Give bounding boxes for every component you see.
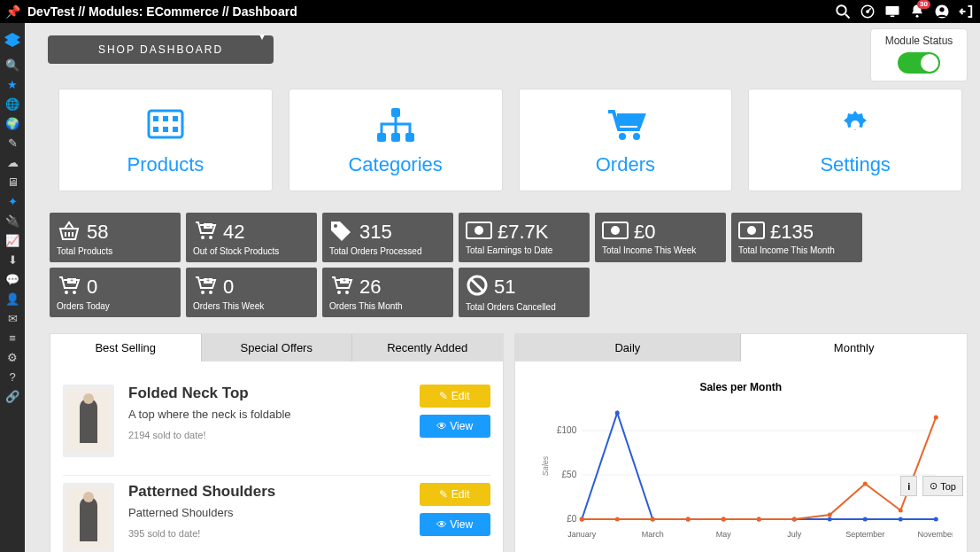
svg-point-87 bbox=[827, 513, 831, 517]
svg-text:May: May bbox=[715, 530, 731, 539]
stat-tile[interactable]: +0Orders Today bbox=[50, 268, 181, 317]
stat-tile[interactable]: £135Total Income This Month bbox=[731, 213, 862, 262]
ban-icon bbox=[466, 274, 489, 300]
product-sold: 395 sold to date! bbox=[128, 528, 405, 539]
stat-tile[interactable]: +26Orders This Month bbox=[322, 268, 453, 317]
rail-help-icon[interactable]: ? bbox=[0, 367, 25, 386]
edit-button[interactable]: ✎ Edit bbox=[420, 385, 490, 408]
stat-tile[interactable]: £0Total Income This Week bbox=[595, 213, 726, 262]
rail-link-icon[interactable]: 🔗 bbox=[0, 386, 25, 406]
stat-tile[interactable]: £7.7KTotal Earnings to Date bbox=[459, 213, 590, 262]
rail-gear-icon[interactable]: ⚙ bbox=[0, 347, 25, 367]
pin-icon[interactable]: 📌 bbox=[5, 4, 20, 19]
rail-search-icon[interactable]: 🔍 bbox=[0, 55, 25, 74]
stat-tile[interactable]: 58Total Products bbox=[50, 213, 181, 262]
stats-grid: 58Total Products–42Out of Stock Products… bbox=[50, 213, 962, 317]
card-settings[interactable]: Settings bbox=[748, 89, 962, 191]
product-desc: Patterned Shoulders bbox=[128, 506, 405, 519]
rail-globe-icon[interactable]: 🌐 bbox=[0, 94, 25, 113]
svg-rect-19 bbox=[405, 133, 414, 142]
gear-icon bbox=[836, 104, 875, 146]
rail-sliders-icon[interactable]: ≡ bbox=[0, 328, 25, 347]
svg-point-46 bbox=[337, 291, 341, 294]
tab-recently-added[interactable]: Recently Added bbox=[351, 334, 503, 362]
svg-text:+: + bbox=[343, 277, 346, 284]
gauge-icon[interactable] bbox=[860, 4, 876, 19]
rail-monitor-icon[interactable]: 🖥 bbox=[0, 172, 25, 191]
rail-pencil-icon[interactable]: ✎ bbox=[0, 133, 25, 152]
svg-text:+: + bbox=[70, 277, 73, 284]
monitor-icon[interactable] bbox=[884, 4, 900, 19]
dashboard-select[interactable]: SHOP DASHBOARD bbox=[48, 35, 274, 64]
edit-button[interactable]: ✎ Edit bbox=[420, 483, 490, 506]
svg-point-8 bbox=[939, 7, 944, 12]
notification-icon[interactable]: 30 bbox=[909, 4, 925, 19]
svg-point-80 bbox=[579, 517, 583, 522]
svg-text:£50: £50 bbox=[561, 470, 576, 479]
tab-special-offers[interactable]: Special Offers bbox=[201, 334, 352, 362]
svg-point-37 bbox=[747, 226, 756, 235]
svg-text:Sales: Sales bbox=[541, 455, 550, 476]
rail-star-icon[interactable]: ★ bbox=[0, 74, 25, 94]
rail-chart-icon[interactable]: 📈 bbox=[0, 230, 25, 250]
svg-rect-15 bbox=[173, 127, 178, 132]
stat-tile[interactable]: 51Total Orders Cancelled bbox=[459, 268, 590, 317]
rail-chat-icon[interactable]: 💬 bbox=[0, 269, 25, 289]
user-icon[interactable] bbox=[934, 4, 950, 19]
basket-icon bbox=[57, 220, 81, 245]
svg-rect-5 bbox=[891, 16, 895, 18]
svg-point-89 bbox=[898, 509, 902, 513]
rail-download-icon[interactable]: ⬇ bbox=[0, 250, 25, 269]
product-title: Folded Neck Top bbox=[128, 385, 405, 402]
chart-title: Sales per Month bbox=[529, 381, 953, 393]
module-status-label: Module Status bbox=[878, 35, 960, 47]
svg-point-78 bbox=[898, 517, 902, 522]
tab-best-selling[interactable]: Best Selling bbox=[50, 334, 201, 362]
tab-daily[interactable]: Daily bbox=[515, 334, 741, 362]
svg-line-1 bbox=[845, 14, 850, 19]
product-thumbnail bbox=[63, 483, 114, 552]
cart-out-icon: – bbox=[193, 220, 218, 245]
cart-add-icon: + bbox=[193, 275, 218, 299]
chart-info-button[interactable]: i bbox=[900, 476, 917, 496]
money-icon bbox=[602, 222, 629, 243]
svg-text:November: November bbox=[917, 530, 953, 539]
module-status-toggle[interactable] bbox=[898, 52, 940, 74]
search-icon[interactable] bbox=[835, 4, 851, 19]
view-button[interactable]: 👁 View bbox=[420, 513, 490, 536]
svg-point-3 bbox=[867, 11, 868, 12]
card-categories[interactable]: Categories bbox=[289, 89, 503, 191]
card-products[interactable]: Products bbox=[58, 89, 273, 191]
rail-world-icon[interactable]: 🌍 bbox=[0, 113, 25, 133]
svg-point-53 bbox=[83, 393, 94, 404]
svg-point-31 bbox=[334, 224, 337, 228]
svg-point-83 bbox=[685, 517, 690, 522]
svg-point-86 bbox=[791, 517, 796, 522]
rail-user-icon[interactable]: 👤 bbox=[0, 289, 25, 308]
logout-icon[interactable] bbox=[959, 4, 975, 19]
svg-point-27 bbox=[201, 236, 204, 239]
tab-monthly[interactable]: Monthly bbox=[740, 334, 967, 362]
svg-text:£0: £0 bbox=[567, 514, 577, 524]
stat-tile[interactable]: +0Orders This Week bbox=[186, 268, 317, 317]
svg-rect-13 bbox=[153, 127, 158, 132]
chart-top-button[interactable]: ⊙ Top bbox=[922, 476, 963, 496]
svg-rect-12 bbox=[173, 116, 178, 121]
stat-tile[interactable]: 315Total Orders Processed bbox=[322, 213, 453, 262]
rail-cloud-icon[interactable]: ☁ bbox=[0, 152, 25, 172]
logo-icon[interactable] bbox=[0, 27, 25, 55]
rail-plug-icon[interactable]: 🔌 bbox=[0, 211, 25, 230]
product-title: Patterned Shoulders bbox=[128, 483, 405, 501]
rail-puzzle-icon[interactable]: ✦ bbox=[0, 191, 25, 211]
svg-point-39 bbox=[73, 291, 76, 294]
card-orders[interactable]: Orders bbox=[519, 89, 733, 191]
stat-tile[interactable]: –42Out of Stock Products bbox=[186, 213, 317, 262]
rail-mail-icon[interactable]: ✉ bbox=[0, 308, 25, 328]
svg-point-21 bbox=[619, 133, 626, 140]
svg-point-22 bbox=[633, 133, 640, 140]
products-panel: Best Selling Special Offers Recently Add… bbox=[50, 333, 504, 552]
view-button[interactable]: 👁 View bbox=[420, 415, 490, 438]
svg-point-38 bbox=[65, 291, 68, 294]
svg-rect-11 bbox=[163, 116, 168, 121]
svg-rect-14 bbox=[163, 127, 168, 132]
